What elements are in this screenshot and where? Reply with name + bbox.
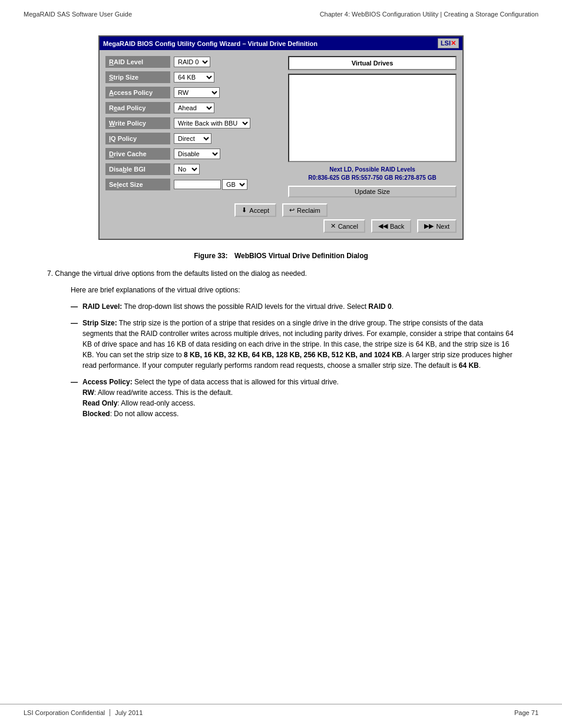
select-size-label: Select Size <box>105 179 170 190</box>
disable-bgi-control[interactable]: No Yes <box>174 164 200 174</box>
accept-reclaim-row: ⬇ Accept ↩ Reclaim <box>100 203 462 217</box>
raid-level-row: RAID Level RAID 0 RAID 1 RAID 5 RAID 6 <box>105 56 288 68</box>
reclaim-button[interactable]: ↩ Reclaim <box>282 203 328 217</box>
bullet-list: — RAID Level: The drop-down list shows t… <box>47 301 515 419</box>
footer-right: Page 71 <box>514 709 538 716</box>
disable-bgi-row: Disable BGI No Yes <box>105 163 288 175</box>
virtual-drives-box: Virtual Drives <box>288 56 457 70</box>
header-right: Chapter 4: WebBIOS Configuration Utility… <box>320 11 538 18</box>
back-button[interactable]: ◀◀ Back <box>371 219 411 233</box>
footer-divider <box>110 709 110 716</box>
strip-size-select[interactable]: 64 KB 8 KB 16 KB 32 KB 128 KB 256 KB 512… <box>174 72 214 83</box>
drive-cache-label: Drive Cache <box>105 148 170 160</box>
iq-policy-label: IQ Policy <box>105 133 170 144</box>
bullet-raid-level: — RAID Level: The drop-down list shows t… <box>71 301 515 312</box>
reclaim-icon: ↩ <box>289 206 295 214</box>
read-policy-control[interactable]: Ahead Normal Adaptive <box>174 103 214 113</box>
main-content: MegaRAID BIOS Config Utility Config Wiza… <box>0 24 562 437</box>
dialog-titlebar: MegaRAID BIOS Config Utility Config Wiza… <box>100 37 462 50</box>
dialog-body: RAID Level RAID 0 RAID 1 RAID 5 RAID 6 <box>100 50 462 203</box>
access-policy-select[interactable]: RW Read Only Blocked <box>174 87 220 98</box>
accept-button[interactable]: ⬇ Accept <box>234 203 276 217</box>
access-policy-row: Access Policy RW Read Only Blocked <box>105 87 288 98</box>
left-panel: RAID Level RAID 0 RAID 1 RAID 5 RAID 6 <box>105 56 288 197</box>
access-policy-label: Access Policy <box>105 87 170 98</box>
access-policy-control[interactable]: RW Read Only Blocked <box>174 87 220 98</box>
back-icon: ◀◀ <box>378 222 388 230</box>
select-size-row: Select Size GB MB <box>105 179 288 190</box>
bullet-strip-size-text: Strip Size: The strip size is the portio… <box>82 318 515 371</box>
lsi-logo: LSI✕ <box>438 38 459 48</box>
write-policy-row: Write Policy Write Back with BBU Write T… <box>105 117 288 129</box>
dash-1: — <box>71 301 78 312</box>
strip-size-control[interactable]: 64 KB 8 KB 16 KB 32 KB 128 KB 256 KB 512… <box>174 72 214 83</box>
body-intro: 7. Change the virtual drive options from… <box>47 268 515 279</box>
read-policy-row: Read Policy Ahead Normal Adaptive <box>105 102 288 114</box>
raid-level-label: RAID Level <box>105 56 170 68</box>
bullet-raid-level-text: RAID Level: The drop-down list shows the… <box>82 301 394 312</box>
write-policy-label: Write Policy <box>105 117 170 129</box>
iq-policy-row: IQ Policy Direct Cached <box>105 133 288 144</box>
dash-3: — <box>71 377 78 419</box>
update-size-button[interactable]: Update Size <box>288 186 457 197</box>
strip-size-label: Strip Size <box>105 71 170 83</box>
footer-left: LSI Corporation Confidential July 2011 <box>24 709 143 716</box>
iq-policy-select[interactable]: Direct Cached <box>174 133 211 144</box>
body-sub-intro: Here are brief explanations of the virtu… <box>47 285 515 295</box>
dialog-box: MegaRAID BIOS Config Utility Config Wiza… <box>98 35 464 240</box>
write-policy-select[interactable]: Write Back with BBU Write Through Always… <box>174 118 250 129</box>
size-input[interactable] <box>174 180 221 189</box>
drive-cache-select[interactable]: Disable Enable NoChange <box>174 149 220 159</box>
read-policy-select[interactable]: Ahead Normal Adaptive <box>174 103 214 113</box>
write-policy-control[interactable]: Write Back with BBU Write Through Always… <box>174 118 250 129</box>
disable-bgi-select[interactable]: No Yes <box>174 164 200 174</box>
bullet-access-policy: — Access Policy: Select the type of data… <box>71 377 515 419</box>
size-unit-select[interactable]: GB MB <box>222 179 247 190</box>
iq-policy-control[interactable]: Direct Cached <box>174 133 211 144</box>
raid-info: Next LD, Possible RAID Levels R0:836-625… <box>288 166 457 182</box>
next-icon: ▶▶ <box>424 222 434 230</box>
drive-cache-control[interactable]: Disable Enable NoChange <box>174 149 220 159</box>
accept-icon: ⬇ <box>242 206 247 214</box>
figure-caption: Figure 33: WebBIOS Virtual Drive Definit… <box>47 252 515 260</box>
raid-level-control[interactable]: RAID 0 RAID 1 RAID 5 RAID 6 <box>174 57 210 67</box>
next-button[interactable]: ▶▶ Next <box>417 219 457 233</box>
cancel-icon: ✕ <box>330 222 336 230</box>
titlebar-right: LSI✕ <box>438 38 459 48</box>
read-policy-label: Read Policy <box>105 102 170 114</box>
bullet-access-policy-text: Access Policy: Select the type of data a… <box>82 377 339 419</box>
page-footer: LSI Corporation Confidential July 2011 P… <box>0 704 562 716</box>
virtual-drives-area <box>288 74 457 162</box>
cancel-back-next-row: ✕ Cancel ◀◀ Back ▶▶ Next <box>100 217 462 239</box>
right-panel: Virtual Drives Next LD, Possible RAID Le… <box>288 56 457 197</box>
header-left: MegaRAID SAS Software User Guide <box>24 11 132 18</box>
select-size-control[interactable]: GB MB <box>174 179 247 190</box>
disable-bgi-label: Disable BGI <box>105 163 170 175</box>
drive-cache-row: Drive Cache Disable Enable NoChange <box>105 148 288 160</box>
strip-size-row: Strip Size 64 KB 8 KB 16 KB 32 KB 128 KB… <box>105 71 288 83</box>
footer-date: July 2011 <box>115 709 143 716</box>
dialog-wrapper: MegaRAID BIOS Config Utility Config Wiza… <box>47 35 515 240</box>
cancel-button[interactable]: ✕ Cancel <box>323 219 365 233</box>
page-header: MegaRAID SAS Software User Guide Chapter… <box>0 0 562 24</box>
dash-2: — <box>71 318 78 371</box>
footer-company: LSI Corporation Confidential <box>24 709 105 716</box>
dialog-title: MegaRAID BIOS Config Utility Config Wiza… <box>103 40 318 47</box>
footer-page: Page 71 <box>514 709 538 716</box>
raid-level-select[interactable]: RAID 0 RAID 1 RAID 5 RAID 6 <box>174 57 210 67</box>
bullet-strip-size: — Strip Size: The strip size is the port… <box>71 318 515 371</box>
